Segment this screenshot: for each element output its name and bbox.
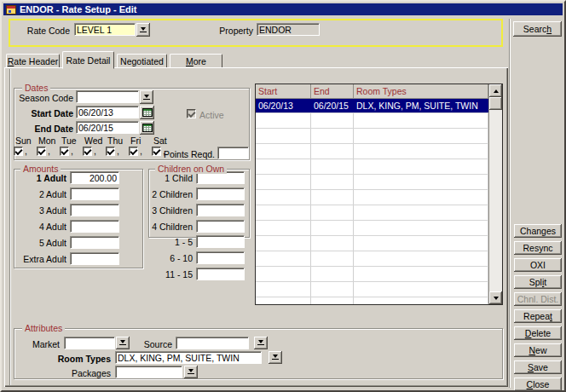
grid-cell bbox=[256, 129, 311, 143]
age-input-6-10[interactable] bbox=[196, 251, 245, 264]
grid-empty-row bbox=[256, 113, 488, 129]
amount-input-4-adult[interactable] bbox=[70, 220, 119, 233]
scroll-down-button[interactable] bbox=[489, 291, 502, 304]
children-label: 2 Children bbox=[150, 189, 196, 199]
grid-cell bbox=[354, 190, 488, 205]
button-label: Repeat bbox=[523, 311, 552, 321]
grid-cell bbox=[256, 221, 311, 235]
tab-more[interactable]: More bbox=[170, 54, 222, 68]
search-button-label: Search bbox=[523, 24, 552, 34]
weekday-separator: , bbox=[117, 147, 119, 156]
button-label: Delete bbox=[525, 328, 551, 338]
children-label: 4 Children bbox=[150, 222, 196, 232]
grid-empty-row bbox=[256, 297, 488, 304]
delete-button[interactable]: Delete bbox=[514, 326, 562, 340]
grid-empty-row bbox=[256, 129, 488, 144]
changes-button[interactable]: Changes bbox=[514, 224, 562, 238]
weekday-checkbox[interactable] bbox=[106, 147, 115, 156]
weekday-label: Sun bbox=[15, 135, 32, 147]
repeat-button[interactable]: Repeat bbox=[514, 309, 562, 323]
grid-cell bbox=[256, 113, 311, 128]
weekday-checkbox-row: , bbox=[106, 147, 119, 156]
packages-combobox[interactable] bbox=[115, 366, 182, 378]
tab-negotiated[interactable]: Negotiated bbox=[117, 54, 167, 68]
grid-cell bbox=[256, 144, 311, 159]
amount-input-1-adult[interactable] bbox=[70, 171, 119, 184]
season-code-combobox[interactable] bbox=[76, 90, 139, 103]
children-input-4-children[interactable] bbox=[196, 220, 245, 233]
grid-empty-row bbox=[256, 144, 488, 159]
resync-button[interactable]: Resync bbox=[514, 241, 562, 255]
weekday-separator: , bbox=[71, 147, 73, 156]
amount-label: 1 Adult bbox=[15, 173, 70, 183]
amount-row: 5 Adult bbox=[15, 236, 119, 249]
season-code-dropdown-button[interactable] bbox=[140, 90, 153, 104]
tab-rate-header[interactable]: Rate Header bbox=[6, 54, 60, 68]
titlebar: ENDOR - Rate Setup - Edit bbox=[3, 3, 563, 15]
points-reqd-input[interactable] bbox=[217, 147, 249, 159]
weekday-checkbox-row: , bbox=[83, 147, 96, 156]
grid-cell bbox=[354, 297, 488, 304]
amount-row: 4 Adult bbox=[15, 220, 119, 233]
amounts-rows: 1 Adult2 Adult3 Adult4 Adult5 AdultExtra… bbox=[15, 171, 119, 268]
age-input-1-5[interactable] bbox=[196, 235, 245, 248]
age-input-11-15[interactable] bbox=[196, 268, 245, 280]
split-button[interactable]: Split bbox=[514, 275, 562, 289]
tab-rate-detail[interactable]: Rate Detail bbox=[62, 51, 114, 69]
children-input-3-children[interactable] bbox=[196, 204, 245, 216]
weekday-checkbox[interactable] bbox=[60, 147, 69, 156]
amount-input-extra-adult[interactable] bbox=[70, 252, 119, 265]
rate-code-combobox[interactable] bbox=[74, 23, 136, 36]
property-label: Property bbox=[205, 26, 253, 36]
save-button[interactable]: Save bbox=[514, 360, 562, 374]
end-date-calendar-button[interactable] bbox=[140, 121, 154, 135]
grid-cell: 06/20/15 bbox=[311, 99, 354, 112]
amount-label: 3 Adult bbox=[15, 205, 70, 216]
season-code-label: Season Code bbox=[15, 93, 73, 103]
grid-cell bbox=[256, 159, 311, 174]
amount-input-3-adult[interactable] bbox=[70, 204, 119, 216]
rate-code-dropdown-button[interactable] bbox=[136, 23, 150, 37]
source-dropdown-button[interactable] bbox=[254, 337, 268, 349]
grid-cell: 06/20/13 bbox=[256, 99, 311, 112]
grid-row[interactable]: 06/20/1306/20/15DLX, KING, PM, SUITE, TW… bbox=[256, 99, 488, 113]
room-types-combobox[interactable] bbox=[115, 351, 262, 364]
amount-input-2-adult[interactable] bbox=[70, 187, 119, 200]
children-input-2-children[interactable] bbox=[196, 187, 245, 200]
weekday-tue: Tue, bbox=[60, 135, 83, 156]
age-row: 11 - 15 bbox=[150, 268, 245, 280]
grid-cell bbox=[311, 175, 354, 189]
weekday-checkbox[interactable] bbox=[83, 147, 92, 156]
amount-label: 2 Adult bbox=[15, 189, 70, 199]
left-groove-divider bbox=[9, 69, 11, 385]
weekday-label: Thu bbox=[107, 135, 123, 147]
grid-cell bbox=[256, 297, 311, 304]
start-date-field[interactable] bbox=[76, 106, 139, 118]
start-date-calendar-button[interactable] bbox=[140, 106, 154, 119]
active-checkbox bbox=[187, 109, 196, 118]
scrollbar-thumb[interactable] bbox=[489, 97, 502, 110]
button-label: Save bbox=[528, 362, 548, 372]
market-combobox[interactable] bbox=[64, 337, 115, 349]
end-date-field[interactable] bbox=[76, 121, 139, 134]
weekday-checkbox[interactable] bbox=[37, 147, 46, 156]
grid-cell bbox=[256, 190, 311, 205]
search-button[interactable]: Search bbox=[513, 21, 562, 37]
close-button[interactable]: Close bbox=[514, 378, 562, 391]
chnl-dist-button: Chnl. Dist. bbox=[514, 292, 562, 306]
grid-cell bbox=[354, 175, 488, 189]
scroll-up-button[interactable] bbox=[489, 84, 502, 97]
grid-cell bbox=[311, 113, 354, 128]
button-label: Close bbox=[527, 379, 550, 389]
grid-cell: DLX, KING, PM, SUITE, TWIN bbox=[354, 99, 488, 112]
grid-cell bbox=[354, 251, 488, 266]
weekday-checkbox[interactable] bbox=[14, 147, 23, 156]
grid-cell bbox=[311, 205, 354, 220]
oxi-button[interactable]: OXI bbox=[514, 258, 562, 272]
amount-input-5-adult[interactable] bbox=[70, 236, 119, 249]
room-types-dropdown-button[interactable] bbox=[269, 351, 282, 364]
packages-dropdown-button[interactable] bbox=[184, 366, 198, 378]
points-reqd-label: Points Reqd. bbox=[124, 149, 215, 159]
source-combobox[interactable] bbox=[176, 337, 249, 349]
new-button[interactable]: New bbox=[514, 343, 562, 357]
